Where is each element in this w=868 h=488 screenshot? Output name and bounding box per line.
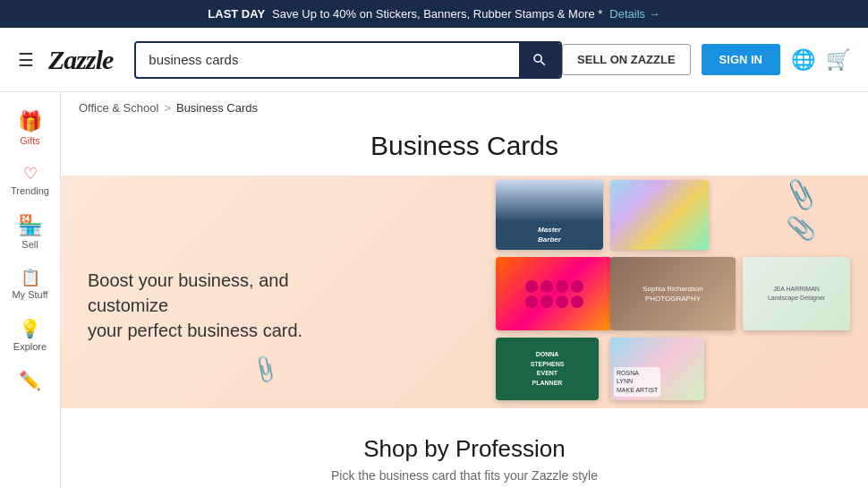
sidebar: 🎁 Gifts ♡ Trending 🏪 Sell 📋 My Stuff 💡 E…: [0, 92, 61, 488]
pink-card: [496, 257, 612, 330]
shop-by-profession: Shop by Profession Pick the business car…: [61, 408, 868, 488]
sell-label: Sell: [21, 239, 38, 250]
design-icon: ✏️: [19, 370, 41, 391]
main-layout: 🎁 Gifts ♡ Trending 🏪 Sell 📋 My Stuff 💡 E…: [0, 92, 868, 488]
shop-section-subtitle: Pick the business card that fits your Za…: [79, 468, 850, 483]
last-day-label: LAST DAY: [208, 7, 265, 21]
donna-card: DONNASTEPHENSEVENTPLANNER: [496, 338, 599, 400]
content-area: Office & School > Business Cards Busines…: [61, 92, 868, 488]
breadcrumb: Office & School > Business Cards: [61, 92, 868, 124]
donna-card-text: DONNASTEPHENSEVENTPLANNER: [531, 350, 565, 388]
dot: [525, 280, 538, 293]
hamburger-icon[interactable]: ☰: [18, 49, 34, 71]
promo-text: Save Up to 40% on Stickers, Banners, Rub…: [272, 7, 602, 21]
paperclip-green-icon: 📎: [249, 354, 281, 386]
botanical-card-text: JEA HARRIMANLandscape Designer: [764, 281, 829, 307]
mystuff-icon: 📋: [21, 268, 40, 287]
hero-tagline: Boost your business, and customize your …: [88, 268, 374, 343]
trending-label: Trending: [11, 185, 49, 196]
sidebar-item-trending[interactable]: ♡ Trending: [0, 157, 60, 203]
clip-column: 📎 📎: [743, 180, 859, 250]
photo-card-text: Sophia RichardsonPHOTOGRAPHY: [642, 284, 703, 304]
gifts-icon: 🎁: [18, 110, 42, 133]
barber-card-text: MasterBarber: [538, 226, 561, 244]
dot: [540, 280, 553, 293]
language-icon[interactable]: 🌐: [791, 48, 815, 72]
hero-section: Boost your business, and customize your …: [61, 176, 868, 408]
promo-banner: LAST DAY Save Up to 40% on Stickers, Ban…: [0, 0, 868, 28]
botanical-card: JEA HARRIMANLandscape Designer: [743, 257, 850, 330]
hero-text: Boost your business, and customize your …: [88, 268, 374, 343]
sell-icon: 🏪: [18, 214, 42, 237]
page-title: Business Cards: [61, 124, 868, 176]
rosna-card: ROSNALYNNMAKE ARTIST: [610, 338, 704, 400]
gifts-label: Gifts: [20, 135, 40, 146]
shop-section-title: Shop by Profession: [79, 435, 850, 463]
search-icon: [532, 52, 548, 68]
photo-card: Sophia RichardsonPHOTOGRAPHY: [610, 257, 736, 330]
pink-card-dots: [522, 277, 587, 312]
breadcrumb-parent[interactable]: Office & School: [79, 101, 158, 115]
sidebar-item-sell[interactable]: 🏪 Sell: [0, 207, 60, 257]
search-input[interactable]: [136, 43, 519, 76]
empty-cell: [743, 338, 859, 400]
header: ☰ Zazzle SELL ON ZAZZLE SIGN IN 🌐 🛒: [0, 28, 868, 92]
details-link[interactable]: Details →: [609, 7, 660, 21]
explore-label: Explore: [13, 341, 47, 352]
holographic-card: [610, 180, 709, 250]
sidebar-item-design[interactable]: ✏️: [0, 363, 60, 400]
dot: [525, 295, 538, 308]
paperclip-pink-icon: 📎: [742, 210, 860, 247]
trending-icon: ♡: [23, 164, 38, 184]
sign-in-button[interactable]: SIGN IN: [702, 44, 780, 75]
breadcrumb-separator: >: [164, 101, 171, 115]
dot: [540, 295, 553, 308]
dot: [571, 280, 583, 293]
hero-cards-grid: MasterBarber 📎 📎: [496, 180, 859, 400]
mystuff-label: My Stuff: [12, 289, 47, 300]
dot: [556, 295, 568, 308]
sidebar-item-mystuff[interactable]: 📋 My Stuff: [0, 261, 60, 307]
sidebar-item-gifts[interactable]: 🎁 Gifts: [0, 103, 60, 153]
sell-on-zazzle-button[interactable]: SELL ON ZAZZLE: [562, 44, 691, 75]
header-actions: SELL ON ZAZZLE SIGN IN 🌐 🛒: [562, 44, 850, 75]
logo[interactable]: Zazzle: [48, 45, 113, 75]
sidebar-item-explore[interactable]: 💡 Explore: [0, 311, 60, 359]
barber-card: MasterBarber: [496, 180, 603, 250]
search-button[interactable]: [519, 43, 560, 77]
explore-icon: 💡: [19, 318, 41, 339]
search-bar: [134, 41, 562, 79]
dot: [571, 295, 583, 308]
breadcrumb-current: Business Cards: [176, 101, 258, 115]
rosna-card-text: ROSNALYNNMAKE ARTIST: [614, 367, 660, 397]
dot: [556, 280, 568, 293]
cart-icon[interactable]: 🛒: [826, 48, 850, 72]
